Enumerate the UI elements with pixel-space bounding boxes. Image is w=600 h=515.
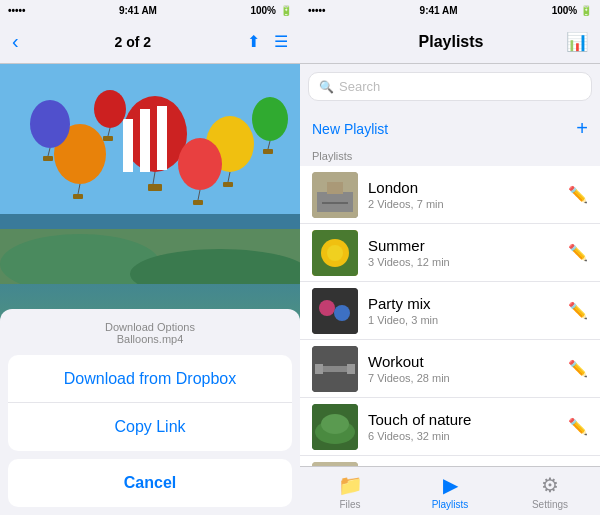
- svg-point-39: [319, 300, 335, 316]
- new-playlist-row[interactable]: New Playlist +: [300, 109, 600, 148]
- signal-dots-right: •••••: [308, 5, 326, 16]
- share-icon[interactable]: ⬆: [247, 32, 260, 51]
- search-bar: 🔍 Search: [300, 64, 600, 109]
- svg-point-18: [252, 97, 288, 141]
- section-label: Playlists: [300, 148, 600, 166]
- svg-point-47: [321, 414, 349, 434]
- svg-rect-33: [327, 182, 343, 194]
- battery-right: 100% 🔋: [552, 5, 592, 16]
- tab-files-label: Files: [339, 499, 360, 510]
- playlist-info: Party mix 1 Video, 3 min: [368, 295, 568, 326]
- playlist-thumb-summer: [312, 230, 358, 276]
- time-left: 9:41 AM: [119, 5, 157, 16]
- svg-rect-11: [73, 194, 83, 199]
- tab-files[interactable]: 📁 Files: [300, 467, 400, 515]
- signal-dots-left: •••••: [8, 5, 26, 16]
- list-item[interactable]: Summer 3 Videos, 12 min ✏️: [300, 224, 600, 282]
- nav-bar-right: Playlists 📊: [300, 20, 600, 64]
- playlist-thumb-nature: [312, 404, 358, 450]
- list-item[interactable]: Workout 7 Videos, 28 min ✏️: [300, 340, 600, 398]
- tab-playlists[interactable]: ▶ Playlists: [400, 467, 500, 515]
- svg-rect-34: [322, 202, 348, 204]
- edit-icon[interactable]: ✏️: [568, 417, 588, 436]
- download-options: Download from Dropbox Copy Link: [8, 355, 292, 451]
- download-title: Download Options: [0, 321, 300, 333]
- search-icon: 🔍: [319, 80, 334, 94]
- svg-rect-5: [140, 109, 150, 172]
- status-bar-left: ••••• 9:41 AM 100% 🔋: [0, 0, 300, 20]
- right-panel: ••••• 9:41 AM 100% 🔋 Playlists 📊 🔍 Searc…: [300, 0, 600, 515]
- playlist-meta: 1 Video, 3 min: [368, 314, 568, 326]
- left-panel: ••••• 9:41 AM 100% 🔋 ‹ 2 of 2 ⬆ ☰: [0, 0, 300, 515]
- svg-rect-20: [263, 149, 273, 154]
- playlist-list: London 2 Videos, 7 min ✏️ Summer 3 Video…: [300, 166, 600, 466]
- files-icon: 📁: [338, 473, 363, 497]
- plus-icon[interactable]: +: [576, 117, 588, 140]
- playlist-name: Touch of nature: [368, 411, 568, 428]
- playlist-info: Workout 7 Videos, 28 min: [368, 353, 568, 384]
- back-button[interactable]: ‹: [12, 30, 19, 53]
- page-counter: 2 of 2: [115, 34, 152, 50]
- playlists-icon: ▶: [443, 473, 458, 497]
- cancel-button[interactable]: Cancel: [8, 459, 292, 507]
- svg-rect-4: [123, 119, 133, 172]
- svg-rect-2: [0, 214, 300, 229]
- playlist-info: London 2 Videos, 7 min: [368, 179, 568, 210]
- edit-icon[interactable]: ✏️: [568, 185, 588, 204]
- dropbox-button[interactable]: Download from Dropbox: [8, 355, 292, 403]
- download-header: Download Options Balloons.mp4: [0, 321, 300, 355]
- edit-icon[interactable]: ✏️: [568, 359, 588, 378]
- tab-settings-label: Settings: [532, 499, 568, 510]
- copy-link-button[interactable]: Copy Link: [8, 403, 292, 451]
- playlist-info: Touch of nature 6 Videos, 32 min: [368, 411, 568, 442]
- playlist-thumb-workout: [312, 346, 358, 392]
- svg-rect-14: [223, 182, 233, 187]
- chart-icon[interactable]: 📊: [566, 31, 588, 53]
- list-item[interactable]: London 2 Videos, 7 min ✏️: [300, 166, 600, 224]
- tab-playlists-label: Playlists: [432, 499, 469, 510]
- svg-rect-28: [148, 184, 162, 191]
- svg-point-21: [94, 90, 126, 128]
- playlist-meta: 3 Videos, 12 min: [368, 256, 568, 268]
- edit-icon[interactable]: ✏️: [568, 301, 588, 320]
- svg-rect-17: [43, 156, 53, 161]
- playlist-meta: 7 Videos, 28 min: [368, 372, 568, 384]
- search-input[interactable]: Search: [339, 79, 380, 94]
- download-filename: Balloons.mp4: [0, 333, 300, 345]
- tab-bar: 📁 Files ▶ Playlists ⚙ Settings: [300, 466, 600, 515]
- download-sheet: Download Options Balloons.mp4 Download f…: [0, 309, 300, 515]
- playlist-name: London: [368, 179, 568, 196]
- svg-point-37: [327, 245, 343, 261]
- playlist-meta: 6 Videos, 32 min: [368, 430, 568, 442]
- playlist-thumb-london: [312, 172, 358, 218]
- svg-point-40: [334, 305, 350, 321]
- nav-bar-left: ‹ 2 of 2 ⬆ ☰: [0, 20, 300, 64]
- playlist-meta: 2 Videos, 7 min: [368, 198, 568, 210]
- playlist-thumb-party: [312, 288, 358, 334]
- settings-icon: ⚙: [541, 473, 559, 497]
- list-item[interactable]: Touch of nature 6 Videos, 32 min ✏️: [300, 398, 600, 456]
- svg-rect-42: [320, 366, 350, 372]
- svg-point-15: [30, 100, 70, 148]
- nav-actions: ⬆ ☰: [247, 32, 288, 51]
- svg-rect-23: [103, 136, 113, 141]
- svg-rect-6: [157, 106, 167, 170]
- status-bar-right: ••••• 9:41 AM 100% 🔋: [300, 0, 600, 20]
- edit-icon[interactable]: ✏️: [568, 243, 588, 262]
- new-playlist-label[interactable]: New Playlist: [312, 121, 388, 137]
- playlist-name: Summer: [368, 237, 568, 254]
- list-icon[interactable]: ☰: [274, 32, 288, 51]
- svg-point-24: [178, 138, 222, 190]
- playlist-name: Party mix: [368, 295, 568, 312]
- battery-left: 100% 🔋: [250, 5, 292, 16]
- time-right: 9:41 AM: [420, 5, 458, 16]
- nav-title: Playlists: [336, 33, 566, 51]
- list-item[interactable]: Party mix 1 Video, 3 min ✏️: [300, 282, 600, 340]
- search-wrapper[interactable]: 🔍 Search: [308, 72, 592, 101]
- list-item[interactable]: Creative ideas 2 Videos, 4 min ✏️: [300, 456, 600, 466]
- tab-settings[interactable]: ⚙ Settings: [500, 467, 600, 515]
- playlist-info: Summer 3 Videos, 12 min: [368, 237, 568, 268]
- svg-rect-43: [315, 364, 323, 374]
- svg-rect-44: [347, 364, 355, 374]
- svg-rect-26: [193, 200, 203, 205]
